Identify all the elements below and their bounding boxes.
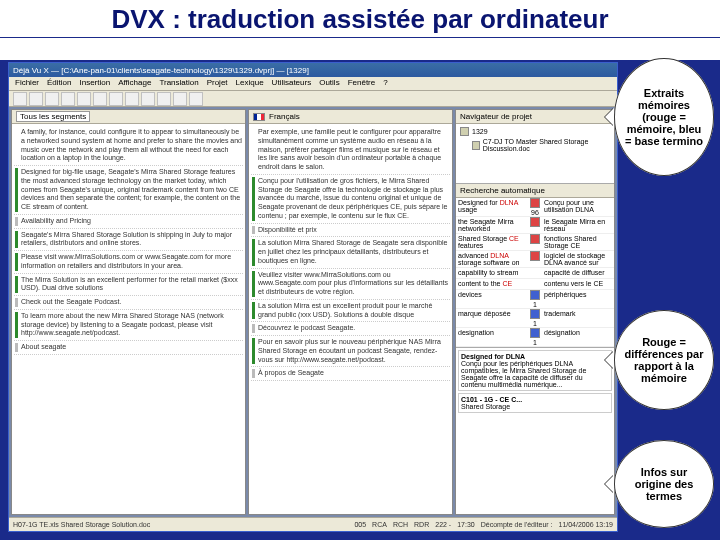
segment-target-text[interactable]: Disponibilité et prix — [258, 226, 449, 235]
source-body: A family, for instance, could configure … — [12, 124, 245, 514]
toolbar-button[interactable] — [125, 92, 139, 106]
segment-row[interactable]: La solution Mirra est un excellent produ… — [251, 300, 450, 323]
segment-target-text[interactable]: Veuillez visiter www.MirraSolutions.com … — [258, 271, 449, 297]
match-row[interactable]: Designed for DLNA usage96Conçu pour une … — [456, 198, 614, 217]
segment-row[interactable]: The Mirra Solution is an excellent perfo… — [14, 274, 243, 297]
menu-item[interactable]: Translation — [159, 78, 198, 89]
segment-marker — [15, 231, 18, 249]
match-row[interactable]: advanced DLNA storage software onlogicie… — [456, 251, 614, 268]
segment-row[interactable]: Designed for big-file usage, Seagate's M… — [14, 166, 243, 215]
match-score: 1 — [528, 290, 542, 308]
segment-row[interactable]: Disponibilité et prix — [251, 224, 450, 238]
segment-row[interactable]: Par exemple, une famille peut le configu… — [251, 126, 450, 175]
menu-item[interactable]: Édition — [47, 78, 71, 89]
slide-title: DVX : traduction assistée par ordinateur — [0, 0, 720, 38]
segment-target-text[interactable]: Par exemple, une famille peut le configu… — [258, 128, 449, 172]
segment-row[interactable]: About seagate — [14, 341, 243, 355]
status-item: Décompte de l'éditeur : — [481, 521, 553, 528]
segment-row[interactable]: A family, for instance, could configure … — [14, 126, 243, 166]
match-type-chip — [530, 328, 540, 338]
toolbar-button[interactable] — [29, 92, 43, 106]
tree-file[interactable]: C7-DJ TO Master Shared Storage Discussio… — [460, 137, 610, 153]
menu-item[interactable]: Lexique — [236, 78, 264, 89]
menu-item[interactable]: Fenêtre — [348, 78, 376, 89]
menu-item[interactable]: Utilisateurs — [272, 78, 312, 89]
menu-item[interactable]: ? — [383, 78, 387, 89]
filter-dropdown[interactable]: Tous les segments — [16, 111, 90, 122]
toolbar-button[interactable] — [93, 92, 107, 106]
status-item: RDR — [414, 521, 429, 528]
match-row[interactable]: content to the CEcontenu vers le CE — [456, 279, 614, 290]
menu-item[interactable]: Insertion — [79, 78, 110, 89]
segment-row[interactable]: La solution Mirra Shared Storage de Seag… — [251, 237, 450, 268]
match-source: advanced DLNA storage software on — [456, 251, 528, 267]
match-row[interactable]: devices1périphériques — [456, 290, 614, 309]
segment-marker — [15, 343, 18, 352]
target-header[interactable]: Français — [249, 110, 452, 124]
segment-row[interactable]: To learn more about the new Mirra Shared… — [14, 310, 243, 341]
menu-item[interactable]: Outils — [319, 78, 339, 89]
menu-item[interactable]: Affichage — [118, 78, 151, 89]
flag-icon — [253, 113, 265, 121]
segment-row[interactable]: À propos de Seagate — [251, 367, 450, 381]
segment-target-text[interactable]: Découvrez le podcast Seagate. — [258, 324, 449, 333]
match-row[interactable]: marque déposée1trademark — [456, 309, 614, 328]
menubar: Fichier Édition Insertion Affichage Tran… — [9, 77, 617, 91]
toolbar-button[interactable] — [157, 92, 171, 106]
toolbar-button[interactable] — [173, 92, 187, 106]
match-source: marque déposée — [456, 309, 528, 327]
callout-term-origin: Infos sur origine des termes — [614, 440, 714, 528]
term-head: Designed for DLNA — [461, 353, 609, 360]
segment-target-text[interactable]: La solution Mirra est un excellent produ… — [258, 302, 449, 320]
project-tree: 1329 C7-DJ TO Master Shared Storage Disc… — [456, 124, 614, 184]
match-score — [528, 251, 542, 267]
match-row[interactable]: the Seagate Mirra networkedle Seagate Mi… — [456, 217, 614, 234]
toolbar-button[interactable] — [189, 92, 203, 106]
match-row[interactable]: designation1désignation — [456, 328, 614, 347]
segment-row[interactable]: Conçu pour l'utilisation de gros fichier… — [251, 175, 450, 224]
segment-target-text[interactable]: À propos de Seagate — [258, 369, 449, 378]
status-item: RCA — [372, 521, 387, 528]
match-target: fonctions Shared Storage CE — [542, 234, 614, 250]
match-type-chip — [530, 217, 540, 227]
tree-root[interactable]: 1329 — [460, 126, 610, 137]
segment-source-text: About seagate — [21, 343, 242, 352]
segment-row[interactable]: Check out the Seagate Podcast. — [14, 296, 243, 310]
toolbar-button[interactable] — [45, 92, 59, 106]
segment-source-text: Please visit www.MirraSolutions.com or w… — [21, 253, 242, 271]
match-target: périphériques — [542, 290, 614, 308]
toolbar-button[interactable] — [141, 92, 155, 106]
target-body: Par exemple, une famille peut le configu… — [249, 124, 452, 514]
segment-marker — [252, 226, 255, 235]
segment-row[interactable]: Availability and Pricing — [14, 215, 243, 229]
segment-row[interactable]: Découvrez le podcast Seagate. — [251, 322, 450, 336]
segment-row[interactable]: Seagate's Mirra Shared Storage Solution … — [14, 229, 243, 252]
segment-target-text[interactable]: Conçu pour l'utilisation de gros fichier… — [258, 177, 449, 221]
status-item: RCH — [393, 521, 408, 528]
segment-row[interactable]: Veuillez visiter www.MirraSolutions.com … — [251, 269, 450, 300]
segment-target-text[interactable]: La solution Mirra Shared Storage de Seag… — [258, 239, 449, 265]
segment-row[interactable]: Please visit www.MirraSolutions.com or w… — [14, 251, 243, 274]
menu-item[interactable]: Fichier — [15, 78, 39, 89]
match-list: Designed for DLNA usage96Conçu pour une … — [456, 198, 614, 348]
segment-target-text[interactable]: Pour en savoir plus sur le nouveau périp… — [258, 338, 449, 364]
term-body: Shared Storage — [461, 403, 609, 410]
status-item: 222 - — [435, 521, 451, 528]
segment-source-text: Check out the Seagate Podcast. — [21, 298, 242, 307]
match-target: le Seagate Mirra en réseau — [542, 217, 614, 233]
status-file: H07-1G TE.xls Shared Storage Solution.do… — [13, 521, 150, 528]
term-block[interactable]: Designed for DLNAConçu pour les périphér… — [458, 350, 612, 391]
menu-item[interactable]: Projet — [207, 78, 228, 89]
match-row[interactable]: capability to streamcapacité de diffuser — [456, 268, 614, 279]
toolbar-button[interactable] — [61, 92, 75, 106]
toolbar-button[interactable] — [109, 92, 123, 106]
match-row[interactable]: Shared Storage CE featuresfonctions Shar… — [456, 234, 614, 251]
nav-header: Navigateur de projet — [456, 110, 614, 124]
toolbar-button[interactable] — [77, 92, 91, 106]
dvx-app-window: Déjà Vu X — [C:\Ane-pan-01\clients\seaga… — [8, 62, 618, 532]
term-block[interactable]: C101 - 1G - CE C...Shared Storage — [458, 393, 612, 413]
toolbar-button[interactable] — [13, 92, 27, 106]
source-header[interactable]: Tous les segments — [12, 110, 245, 124]
segment-marker — [15, 298, 18, 307]
segment-row[interactable]: Pour en savoir plus sur le nouveau périp… — [251, 336, 450, 367]
